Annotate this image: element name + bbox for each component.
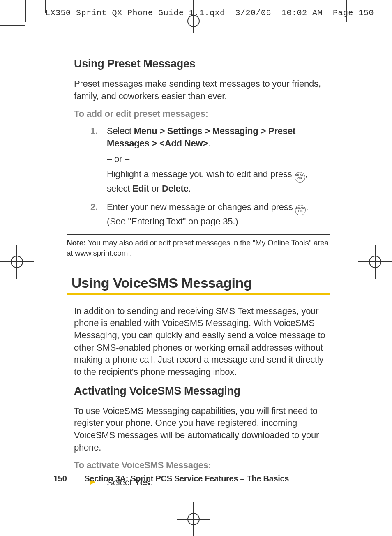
sprint-link[interactable]: www.sprint.com bbox=[75, 249, 128, 257]
page-number: 150 bbox=[53, 474, 82, 483]
menu-path: Menu > Settings > Messaging > Preset Mes… bbox=[107, 126, 295, 148]
step-text: . bbox=[189, 183, 191, 194]
note-box: Note: You may also add or edit preset me… bbox=[67, 234, 330, 263]
step-number: 1. bbox=[90, 125, 98, 137]
step-text: . bbox=[208, 138, 210, 148]
heading-activating-voicesms: Activating VoiceSMS Messaging bbox=[74, 385, 329, 397]
edit-label: Edit bbox=[132, 183, 149, 194]
registration-mark-icon bbox=[185, 12, 202, 30]
note-text: . bbox=[128, 249, 132, 257]
step-text: or bbox=[149, 183, 162, 194]
menu-ok-button-icon: MENU OK bbox=[295, 172, 305, 183]
step-alt-text: Highlight a message you wish to edit and… bbox=[107, 168, 329, 194]
print-page-label: Page 150 bbox=[333, 8, 374, 18]
registration-mark-icon bbox=[185, 511, 202, 528]
preset-lead-line: To add or edit preset messages: bbox=[74, 109, 329, 119]
page-footer: 150 Section 3A: Sprint PCS Service Featu… bbox=[53, 474, 333, 483]
step-number: 2. bbox=[90, 201, 98, 213]
crop-mark bbox=[25, 0, 26, 22]
print-date: 3/20/06 bbox=[235, 8, 272, 18]
heading-voicesms: Using VoiceSMS Messaging bbox=[71, 275, 329, 291]
preset-steps-list: 1. Select Menu > Settings > Messaging > … bbox=[90, 125, 329, 227]
voicesms-intro-paragraph: In addition to sending and receiving SMS… bbox=[74, 305, 329, 378]
or-separator: – or – bbox=[107, 153, 329, 165]
print-time: 10:02 AM bbox=[281, 8, 323, 18]
step-text: Highlight a message you wish to edit and… bbox=[107, 169, 295, 179]
menu-ok-button-icon: MENU OK bbox=[295, 205, 306, 215]
preset-step-2: 2. Enter your new message or changes and… bbox=[90, 201, 329, 227]
preset-step-1: 1. Select Menu > Settings > Messaging > … bbox=[90, 125, 329, 194]
crop-mark bbox=[45, 0, 46, 13]
heading-preset-messages: Using Preset Messages bbox=[74, 58, 329, 70]
preset-intro-paragraph: Preset messages make sending text messag… bbox=[74, 78, 329, 102]
activate-lead-line: To activate VoiceSMS Messages: bbox=[74, 460, 329, 471]
crop-mark bbox=[346, 0, 347, 22]
yellow-divider bbox=[67, 293, 330, 295]
note-label: Note: bbox=[67, 238, 86, 247]
step-text: Select bbox=[107, 126, 134, 136]
page-content: Using Preset Messages Preset messages ma… bbox=[74, 58, 329, 489]
crop-mark bbox=[0, 25, 25, 26]
section-label: Section 3A: Sprint PCS Service Features … bbox=[84, 474, 289, 483]
step-text: Enter your new message or changes and pr… bbox=[107, 202, 295, 212]
delete-label: Delete bbox=[162, 183, 189, 194]
activating-intro-paragraph: To use VoiceSMS Messaging capabilities, … bbox=[74, 405, 329, 454]
registration-mark-icon bbox=[8, 253, 25, 270]
print-metadata-header: LX350_Sprint QX Phone Guide_1.1.qxd 3/20… bbox=[45, 8, 376, 18]
registration-mark-icon bbox=[367, 253, 384, 270]
